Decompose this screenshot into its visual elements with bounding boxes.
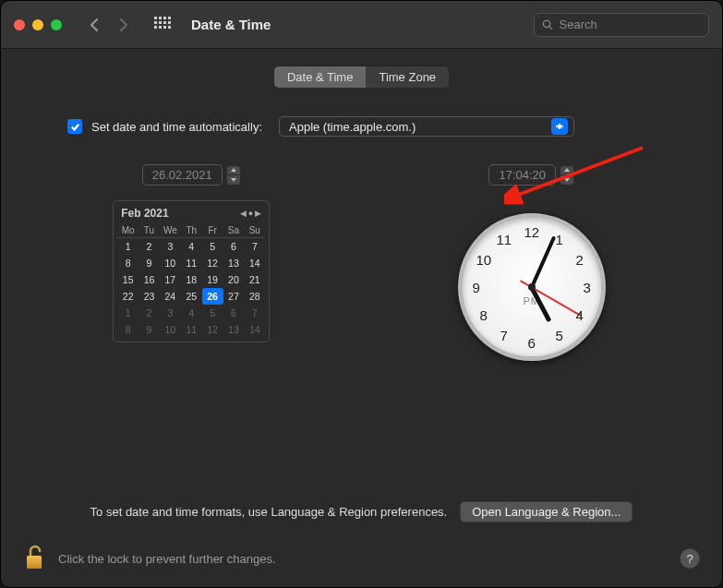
calendar-day[interactable]: 12 [202, 255, 223, 271]
calendar-day[interactable]: 2 [139, 238, 160, 255]
clock-number: 5 [556, 327, 563, 342]
calendar-day[interactable]: 9 [139, 321, 160, 338]
calendar-day[interactable]: 3 [160, 238, 181, 255]
cal-today-icon[interactable]: ● [248, 210, 253, 218]
cal-next-icon[interactable]: ▶ [255, 210, 261, 218]
nav-buttons [82, 13, 136, 37]
show-all-icon[interactable] [154, 17, 171, 33]
calendar-day[interactable]: 5 [202, 305, 223, 321]
calendar-day[interactable]: 14 [244, 321, 265, 338]
search-field[interactable] [534, 13, 709, 37]
calendar-day[interactable]: 24 [160, 288, 181, 305]
zoom-window-button[interactable] [51, 19, 62, 30]
open-language-region-button[interactable]: Open Language & Region... [460, 501, 633, 522]
calendar-day[interactable]: 9 [139, 255, 160, 271]
calendar-day[interactable]: 11 [181, 321, 202, 338]
calendar-day[interactable]: 13 [223, 255, 245, 271]
minimize-window-button[interactable] [32, 19, 43, 30]
calendar-day[interactable]: 4 [181, 305, 202, 321]
analog-clock: PM 121234567891011 [458, 213, 606, 361]
time-input[interactable]: 17:04:20 [488, 164, 556, 186]
lock-icon[interactable] [23, 545, 45, 572]
clock-number: 3 [584, 280, 591, 295]
language-region-row: To set date and time formats, use Langua… [21, 486, 702, 522]
auto-set-checkbox[interactable] [67, 119, 82, 134]
calendar-day[interactable]: 2 [139, 305, 160, 321]
calendar-day[interactable]: 26 [202, 288, 223, 305]
calendar-grid: MoTuWeThFrSaSu12345678910111213141516171… [117, 223, 265, 338]
calendar[interactable]: Feb 2021 ◀ ● ▶ MoTuWeThFrSaSu12345678910… [113, 200, 270, 342]
calendar-day[interactable]: 6 [223, 238, 245, 255]
calendar-day[interactable]: 19 [202, 271, 223, 288]
calendar-day[interactable]: 28 [244, 288, 265, 305]
calendar-dow: Fr [202, 223, 223, 238]
clock-number: 6 [528, 335, 536, 351]
calendar-day[interactable]: 3 [160, 305, 181, 321]
lock-row: Click the lock to prevent further change… [21, 545, 702, 572]
calendar-day[interactable]: 6 [223, 305, 245, 321]
calendar-dow: Su [244, 223, 265, 238]
language-region-text: To set date and time formats, use Langua… [90, 505, 448, 519]
search-input[interactable] [560, 18, 702, 31]
time-stepper-field[interactable]: 17:04:20 [488, 164, 574, 186]
calendar-day[interactable]: 22 [117, 288, 139, 305]
calendar-day[interactable]: 1 [117, 305, 139, 321]
date-input[interactable]: 26.02.2021 [142, 164, 223, 186]
calendar-day[interactable]: 10 [160, 321, 181, 338]
calendar-day[interactable]: 20 [223, 271, 245, 288]
calendar-day[interactable]: 17 [160, 271, 181, 288]
calendar-day[interactable]: 13 [223, 321, 245, 338]
stepper-down-icon[interactable] [560, 175, 574, 186]
calendar-day[interactable]: 27 [223, 288, 245, 305]
time-server-dropdown[interactable]: Apple (time.apple.com.) [279, 116, 574, 137]
calendar-day[interactable]: 8 [117, 255, 139, 271]
date-stepper-field[interactable]: 26.02.2021 [142, 164, 241, 186]
tab-time-zone[interactable]: Time Zone [366, 66, 449, 88]
content-area: Date & Time Time Zone Set date and time … [1, 49, 722, 587]
calendar-day[interactable]: 11 [181, 255, 202, 271]
calendar-day[interactable]: 23 [139, 288, 160, 305]
calendar-dow: We [160, 223, 181, 238]
lock-text: Click the lock to prevent further change… [58, 552, 276, 566]
clock-number: 11 [496, 232, 512, 247]
help-button[interactable]: ? [680, 548, 700, 569]
window-title: Date & Time [191, 17, 271, 32]
back-button[interactable] [82, 13, 106, 37]
titlebar: Date & Time [1, 1, 722, 49]
calendar-day[interactable]: 1 [117, 238, 139, 255]
calendar-day[interactable]: 16 [139, 271, 160, 288]
cal-prev-icon[interactable]: ◀ [240, 210, 247, 218]
time-stepper[interactable] [560, 165, 574, 186]
calendar-day[interactable]: 25 [181, 288, 202, 305]
calendar-day[interactable]: 7 [244, 238, 265, 255]
date-stepper[interactable] [226, 165, 241, 186]
calendar-day[interactable]: 15 [117, 271, 139, 288]
calendar-day[interactable]: 10 [160, 255, 181, 271]
date-time-columns: 26.02.2021 Feb 2021 ◀ ● ▶ [21, 164, 702, 361]
tab-date-time[interactable]: Date & Time [274, 66, 367, 88]
calendar-nav: ◀ ● ▶ [240, 210, 261, 218]
clock-number: 10 [476, 252, 491, 268]
calendar-day[interactable]: 18 [181, 271, 202, 288]
calendar-header: Feb 2021 ◀ ● ▶ [117, 207, 265, 223]
stepper-up-icon[interactable] [560, 165, 574, 176]
system-prefs-window: Date & Time Date & Time Time Zone Set da… [0, 0, 723, 588]
calendar-day[interactable]: 7 [244, 305, 265, 321]
stepper-up-icon[interactable] [226, 165, 241, 176]
calendar-day[interactable]: 5 [202, 238, 223, 255]
search-icon [542, 18, 554, 31]
minute-hand [530, 235, 556, 287]
stepper-down-icon[interactable] [226, 175, 241, 186]
time-column: 17:04:20 PM 121234567891011 [362, 164, 703, 361]
calendar-day[interactable]: 21 [244, 271, 265, 288]
calendar-day[interactable]: 8 [117, 321, 139, 338]
calendar-dow: Th [181, 223, 202, 238]
calendar-day[interactable]: 4 [181, 238, 202, 255]
calendar-day[interactable]: 14 [244, 255, 265, 271]
close-window-button[interactable] [14, 19, 25, 30]
calendar-day[interactable]: 12 [202, 321, 223, 338]
clock-face: PM 121234567891011 [458, 213, 606, 361]
forward-button[interactable] [112, 13, 136, 37]
clock-number: 8 [480, 307, 488, 323]
date-column: 26.02.2021 Feb 2021 ◀ ● ▶ [21, 164, 362, 361]
